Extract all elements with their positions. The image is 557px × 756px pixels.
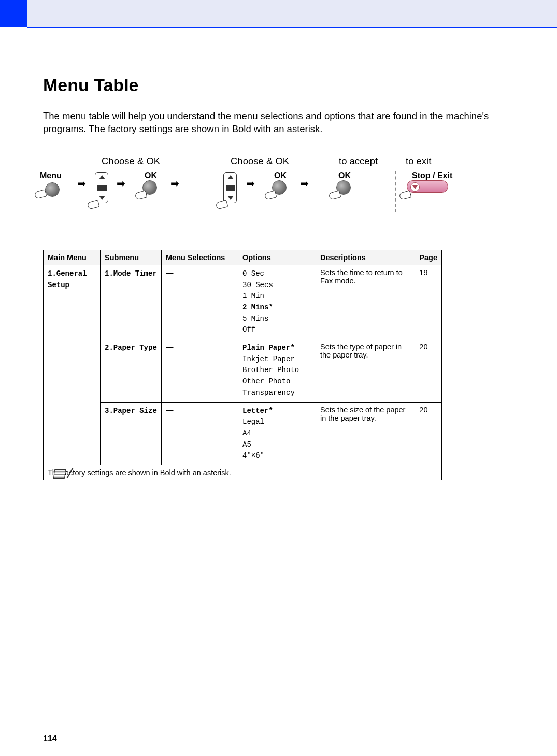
option-value: Other Photo	[242, 376, 311, 388]
col-options: Options	[238, 250, 316, 265]
cell-submenu: 3.Paper Size	[101, 402, 162, 465]
option-value: 2 Mins*	[242, 302, 311, 313]
cell-description: Sets the size of the paper in the paper …	[316, 402, 415, 465]
arrow-icon: ➡	[170, 177, 179, 190]
arrow-icon: ➡	[300, 177, 309, 190]
arrow-icon: ➡	[246, 177, 255, 190]
caption-choose-ok-1: Choose & OK	[102, 155, 160, 167]
cell-main-menu: 1.General Setup	[44, 265, 101, 465]
ok-label: OK	[145, 171, 157, 180]
footnote-text: The factory settings are shown in Bold w…	[48, 468, 231, 477]
col-selections: Menu Selections	[162, 250, 238, 265]
table-header-row: Main Menu Submenu Menu Selections Option…	[44, 250, 442, 265]
table-footnote-row: The factory settings are shown in Bold w…	[44, 465, 442, 480]
menu-table: Main Menu Submenu Menu Selections Option…	[43, 250, 442, 480]
cell-page: 19	[415, 265, 442, 339]
col-page: Page	[415, 250, 442, 265]
content-area: Menu Table The menu table will help you …	[43, 75, 494, 480]
ok-button-icon	[272, 180, 287, 195]
menu-button-icon: Menu	[40, 171, 71, 197]
cell-selections: —	[162, 339, 238, 402]
option-value: Transparency	[242, 388, 311, 399]
intro-paragraph: The menu table will help you understand …	[43, 110, 494, 136]
option-value: Off	[242, 324, 311, 336]
cell-description: Sets the time to return to Fax mode.	[316, 265, 415, 339]
table-row: 3.Paper Size—Letter*LegalA4A54"×6"Sets t…	[44, 402, 442, 465]
cell-selections: —	[162, 265, 238, 339]
col-submenu: Submenu	[101, 250, 162, 265]
page-title: Menu Table	[43, 75, 494, 95]
ok-button-icon	[336, 180, 351, 195]
option-value: A4	[242, 428, 311, 439]
stop-exit-label: Stop / Exit	[412, 171, 452, 180]
option-value: 5 Mins	[242, 313, 311, 325]
ok-label: OK	[274, 171, 287, 180]
cell-options: Letter*LegalA4A54"×6"	[238, 402, 316, 465]
option-value: 0 Sec	[242, 268, 311, 280]
header-band	[0, 0, 557, 27]
stop-exit-button-icon	[407, 180, 557, 193]
option-value: Inkjet Paper	[242, 354, 311, 365]
side-band	[0, 27, 27, 756]
option-value: Plain Paper*	[242, 343, 311, 354]
option-value: 4"×6"	[242, 450, 311, 462]
cell-page: 20	[415, 402, 442, 465]
dashed-divider	[395, 171, 396, 212]
cell-selections: —	[162, 402, 238, 465]
note-icon	[54, 469, 69, 481]
cell-description: Sets the type of paper in the paper tray…	[316, 339, 415, 402]
option-value: 30 Secs	[242, 280, 311, 291]
option-value: Legal	[242, 417, 311, 428]
cell-submenu: 1.Mode Timer	[101, 265, 162, 339]
arrow-icon: ➡	[77, 177, 86, 190]
table-row: 2.Paper Type—Plain Paper*Inkjet PaperBro…	[44, 339, 442, 402]
caption-to-accept: to accept	[339, 155, 378, 167]
ok-label: OK	[338, 171, 351, 180]
caption-choose-ok-2: Choose & OK	[231, 155, 289, 167]
updown-key-icon	[95, 172, 108, 203]
option-value: 1 Min	[242, 291, 311, 302]
arrow-icon: ➡	[117, 177, 125, 190]
caption-to-exit: to exit	[406, 155, 431, 167]
cell-footnote: The factory settings are shown in Bold w…	[44, 465, 442, 480]
cell-options: 0 Sec30 Secs1 Min2 Mins*5 MinsOff	[238, 265, 316, 339]
button-sequence-diagram: Choose & OK Choose & OK to accept to exi…	[43, 156, 494, 224]
page-number: 114	[43, 734, 57, 744]
menu-label: Menu	[40, 171, 71, 180]
table-row: 1.General Setup1.Mode Timer—0 Sec30 Secs…	[44, 265, 442, 339]
ok-button-icon	[142, 180, 157, 195]
col-descriptions: Descriptions	[316, 250, 415, 265]
option-value: Brother Photo	[242, 365, 311, 376]
cell-submenu: 2.Paper Type	[101, 339, 162, 402]
header-rule	[0, 27, 557, 28]
option-value: A5	[242, 439, 311, 451]
col-main-menu: Main Menu	[44, 250, 101, 265]
cell-options: Plain Paper*Inkjet PaperBrother PhotoOth…	[238, 339, 316, 402]
header-accent	[0, 0, 27, 27]
option-value: Letter*	[242, 406, 311, 417]
updown-key-icon	[223, 172, 237, 203]
cell-page: 20	[415, 339, 442, 402]
